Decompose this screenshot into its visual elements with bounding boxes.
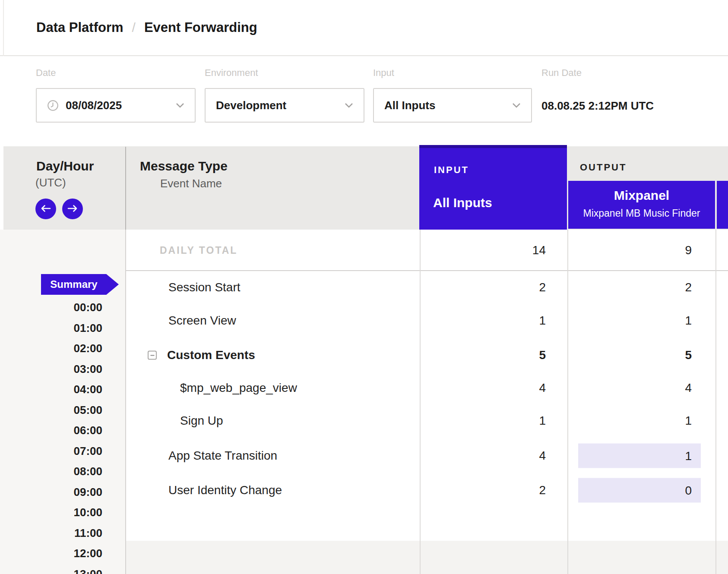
date-value: 08/08/2025 (66, 99, 122, 112)
breadcrumb: Data Platform / Event Forwarding (36, 0, 257, 55)
input-column-name: All Inputs (433, 196, 492, 210)
output-section-label: OUTPUT (580, 162, 627, 173)
message-type-header: Message Type (140, 159, 228, 173)
highlighted-output-cell: 0 (578, 478, 701, 503)
output-column-header-mixpanel[interactable]: Mixpanel Mixpanel MB Music Finder (568, 181, 715, 229)
environment-dropdown[interactable]: Development (205, 88, 364, 123)
input-count: 1 (539, 314, 546, 328)
breadcrumb-page: Event Forwarding (144, 20, 257, 35)
chevron-down-icon (345, 103, 353, 108)
output-count: 4 (685, 381, 692, 395)
hour-row-11[interactable]: 11:00 (74, 526, 102, 540)
input-count: 4 (539, 449, 546, 463)
hour-row-04[interactable]: 04:00 (74, 382, 103, 396)
breadcrumb-section[interactable]: Data Platform (36, 20, 123, 35)
event-name: App State Transition (168, 449, 277, 463)
output-column-subtitle: Mixpanel MB Music Finder (568, 208, 715, 219)
hour-row-07[interactable]: 07:00 (74, 444, 103, 458)
hour-row-03[interactable]: 03:00 (74, 362, 103, 376)
hour-row-09[interactable]: 09:00 (74, 485, 103, 499)
band-left-margin (0, 146, 3, 230)
clock-icon (47, 100, 59, 111)
event-name: $mp_web_page_view (180, 381, 297, 395)
next-day-button[interactable] (62, 199, 83, 219)
environment-value: Development (216, 99, 286, 112)
event-name-subheader: Event Name (160, 177, 222, 190)
event-name: Sign Up (180, 414, 223, 428)
output-count: 1 (685, 414, 692, 428)
input-count: 2 (539, 281, 546, 294)
hour-row-06[interactable]: 06:00 (74, 423, 103, 437)
filter-bar: Date 08/08/2025 Environment Development … (0, 56, 728, 146)
output-count: 1 (685, 449, 692, 463)
date-label: Date (36, 67, 56, 79)
input-count: 5 (539, 348, 546, 362)
next-output-column-header (717, 181, 728, 229)
hour-row-00[interactable]: 00:00 (74, 300, 103, 314)
event-name: User Identity Change (168, 483, 282, 497)
hour-row-08[interactable]: 08:00 (74, 464, 103, 478)
chevron-down-icon (176, 103, 184, 108)
highlighted-output-cell: 1 (578, 444, 701, 468)
day-hour-header: Day/Hour (36, 159, 94, 173)
daily-total-input-count: 14 (532, 243, 546, 257)
previous-day-button[interactable] (35, 199, 56, 219)
hour-row-02[interactable]: 02:00 (74, 341, 103, 355)
output-count: 0 (685, 483, 692, 497)
output-count: 1 (685, 314, 692, 328)
run-date-value: 08.08.25 2:12PM UTC (541, 99, 654, 113)
day-hour-timezone: (UTC) (35, 176, 66, 189)
input-value: All Inputs (384, 99, 435, 112)
message-input-divider (420, 230, 421, 574)
output-count: 5 (685, 348, 692, 362)
date-dropdown[interactable]: 08/08/2025 (36, 88, 196, 123)
run-date-label: Run Date (541, 67, 582, 79)
hour-rail: Summary 00:00 01:00 02:00 03:00 04:00 05… (0, 230, 125, 574)
input-count: 1 (539, 414, 546, 428)
rail-column-divider (125, 147, 126, 230)
chevron-down-icon (512, 103, 521, 108)
input-dropdown[interactable]: All Inputs (373, 88, 532, 123)
event-forwarding-page: Data Platform / Event Forwarding Date 08… (0, 0, 728, 574)
hour-row-10[interactable]: 10:00 (74, 505, 103, 519)
output-count: 2 (685, 281, 692, 294)
event-name: Screen View (168, 314, 236, 328)
top-bar: Data Platform / Event Forwarding (0, 0, 728, 56)
hour-row-13[interactable]: 13:00 (74, 567, 103, 574)
environment-label: Environment (205, 67, 258, 79)
input-count: 4 (539, 381, 546, 395)
table-footer-area (125, 541, 728, 574)
output-next-divider (715, 230, 716, 574)
arrow-right-icon (67, 205, 78, 214)
arrow-left-icon (40, 205, 51, 214)
daily-total-label: DAILY TOTAL (160, 245, 237, 256)
input-output-divider (567, 230, 568, 574)
event-group-name: Custom Events (167, 348, 255, 362)
summary-label: Summary (50, 278, 97, 290)
input-column-header[interactable]: INPUT All Inputs (419, 145, 567, 230)
input-label: Input (373, 67, 394, 79)
breadcrumb-separator: / (132, 20, 136, 35)
event-name: Session Start (168, 281, 241, 294)
summary-row-selector[interactable]: Summary (41, 274, 119, 295)
hour-row-05[interactable]: 05:00 (74, 403, 103, 417)
input-section-label: INPUT (434, 164, 469, 176)
rail-column-divider (125, 230, 126, 574)
hour-row-01[interactable]: 01:00 (74, 321, 103, 335)
input-count: 2 (539, 483, 546, 497)
output-column-name: Mixpanel (568, 188, 715, 203)
collapse-icon[interactable] (148, 351, 157, 360)
daily-total-output-count: 9 (685, 243, 692, 257)
hour-row-12[interactable]: 12:00 (74, 546, 103, 560)
